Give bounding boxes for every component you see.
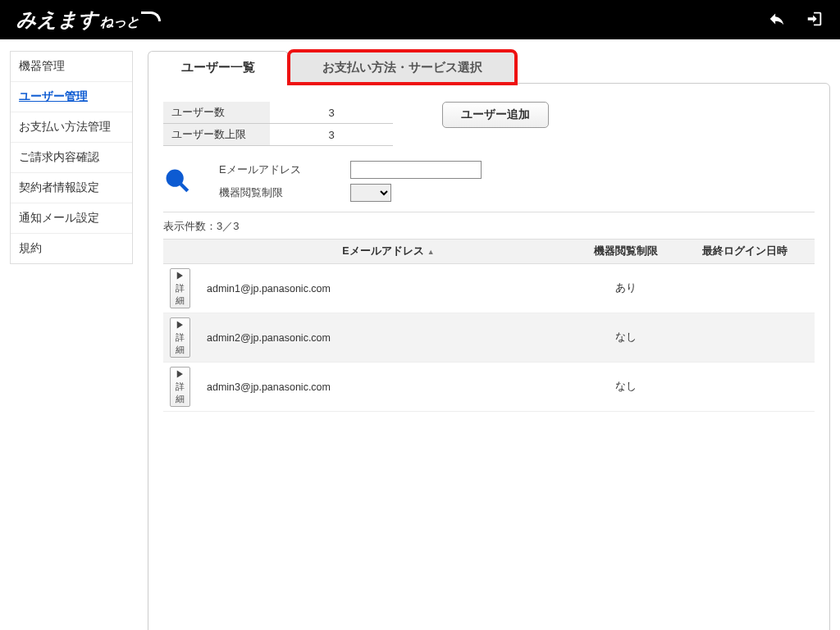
sidemenu-label: ユーザー管理 <box>19 89 88 103</box>
user-limit-label: ユーザー数上限 <box>163 124 270 146</box>
search-icon[interactable] <box>163 167 191 197</box>
cell-email: admin1@jp.panasonic.com <box>200 264 577 313</box>
tab-bar: ユーザー一覧 お支払い方法・サービス選択 <box>148 51 830 84</box>
search-email-label: Eメールアドレス <box>219 162 350 177</box>
logout-icon[interactable] <box>806 10 824 30</box>
col-email-label: Eメールアドレス <box>342 245 423 257</box>
reply-icon[interactable] <box>768 10 786 30</box>
detail-button[interactable]: ▶詳細 <box>170 317 190 358</box>
cell-email: admin3@jp.panasonic.com <box>200 363 577 412</box>
col-login-label: 最終ログイン日時 <box>702 245 788 257</box>
svg-point-0 <box>168 171 182 185</box>
add-user-label: ユーザー追加 <box>461 107 530 121</box>
search-restrict-select[interactable] <box>350 184 391 202</box>
user-count-label: ユーザー数 <box>163 102 270 124</box>
cell-login <box>675 264 815 313</box>
logo-main: みえます <box>16 7 98 33</box>
search-restrict-label: 機器閲覧制限 <box>219 185 350 200</box>
tab-payment-service[interactable]: お支払い方法・サービス選択 <box>289 51 516 84</box>
sidemenu-label: 規約 <box>19 241 42 254</box>
col-detail <box>163 240 200 264</box>
add-user-button[interactable]: ユーザー追加 <box>442 102 549 128</box>
main-area: ユーザー一覧 お支払い方法・サービス選択 ユーザー数 3 ユーザー数上限 3 ユ… <box>148 51 830 630</box>
sidemenu-label: お支払い方法管理 <box>19 120 111 133</box>
user-table: Eメールアドレス▲ 機器閲覧制限 最終ログイン日時 ▶詳細 admin1@jp.… <box>163 239 815 412</box>
col-email[interactable]: Eメールアドレス▲ <box>200 240 577 264</box>
header-actions <box>768 10 824 30</box>
sidemenu-item-payment[interactable]: お支払い方法管理 <box>11 112 132 143</box>
sidemenu-item-terms[interactable]: 規約 <box>11 234 132 263</box>
cell-restrict: あり <box>577 264 675 313</box>
table-row: ▶詳細 admin1@jp.panasonic.com あり <box>163 264 815 313</box>
tab-label: ユーザー一覧 <box>181 60 255 74</box>
user-count-table: ユーザー数 3 ユーザー数上限 3 <box>163 102 393 146</box>
sidemenu-label: 機器管理 <box>19 59 65 72</box>
col-restrict[interactable]: 機器閲覧制限 <box>577 240 675 264</box>
app-logo: みえます ねっと <box>16 7 161 33</box>
tab-user-list[interactable]: ユーザー一覧 <box>148 51 289 84</box>
content-panel: ユーザー数 3 ユーザー数上限 3 ユーザー追加 Eメールアドレス <box>148 83 830 630</box>
cell-email: admin2@jp.panasonic.com <box>200 313 577 363</box>
search-fields: Eメールアドレス 機器閲覧制限 <box>219 161 514 202</box>
table-row: ▶詳細 admin2@jp.panasonic.com なし <box>163 313 815 363</box>
cell-restrict: なし <box>577 313 675 363</box>
detail-button[interactable]: ▶詳細 <box>170 367 190 407</box>
sidemenu-label: ご請求内容確認 <box>19 150 99 163</box>
sidemenu-label: 通知メール設定 <box>19 211 99 224</box>
col-last-login[interactable]: 最終ログイン日時 <box>675 240 815 264</box>
user-limit-value: 3 <box>270 124 393 146</box>
sidemenu-item-users[interactable]: ユーザー管理 <box>11 82 132 112</box>
app-header: みえます ねっと <box>0 0 840 39</box>
logo-sub: ねっと <box>100 14 139 31</box>
search-row: Eメールアドレス 機器閲覧制限 <box>163 161 815 212</box>
tab-label: お支払い方法・サービス選択 <box>322 60 482 74</box>
sort-asc-icon: ▲ <box>427 248 435 256</box>
side-menu: 機器管理 ユーザー管理 お支払い方法管理 ご請求内容確認 契約者情報設定 通知メ… <box>10 51 133 264</box>
table-row: ▶詳細 admin3@jp.panasonic.com なし <box>163 363 815 412</box>
detail-button[interactable]: ▶詳細 <box>170 268 190 308</box>
result-count: 表示件数：3／3 <box>163 219 815 234</box>
cell-login <box>675 363 815 412</box>
sidemenu-item-devices[interactable]: 機器管理 <box>11 52 132 82</box>
sidemenu-item-contract[interactable]: 契約者情報設定 <box>11 173 132 203</box>
logo-swoosh-icon <box>141 11 161 21</box>
sidemenu-item-mail[interactable]: 通知メール設定 <box>11 203 132 234</box>
sidemenu-label: 契約者情報設定 <box>19 180 99 194</box>
sidemenu-item-billing[interactable]: ご請求内容確認 <box>11 143 132 173</box>
col-restrict-label: 機器閲覧制限 <box>594 245 658 257</box>
search-email-input[interactable] <box>350 161 482 179</box>
svg-line-1 <box>180 184 188 191</box>
user-count-value: 3 <box>270 102 393 124</box>
cell-restrict: なし <box>577 363 675 412</box>
cell-login <box>675 313 815 363</box>
info-row: ユーザー数 3 ユーザー数上限 3 ユーザー追加 <box>163 102 815 146</box>
